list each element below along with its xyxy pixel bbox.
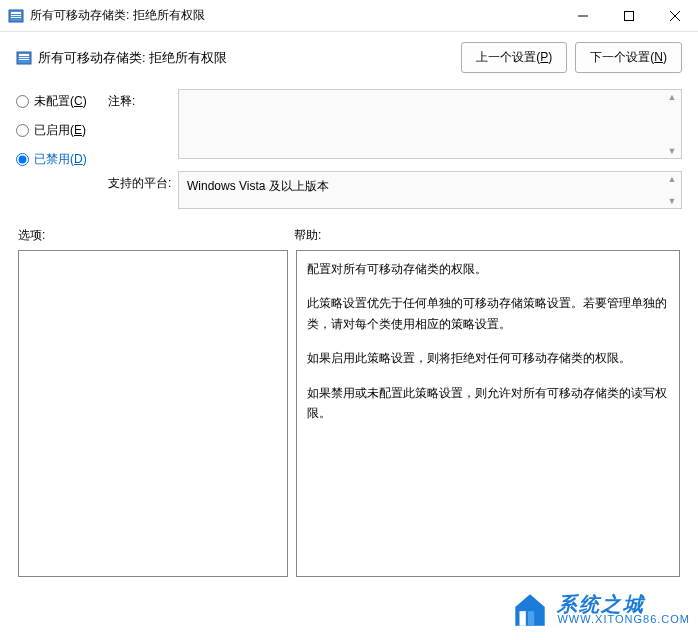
comment-label: 注释: xyxy=(108,89,178,159)
radio-not-configured-input[interactable] xyxy=(16,95,29,108)
help-panel: 配置对所有可移动存储类的权限。 此策略设置优先于任何单独的可移动存储策略设置。若… xyxy=(296,250,680,577)
radio-enabled[interactable]: 已启用(E) xyxy=(16,122,108,139)
supported-platform-box: Windows Vista 及以上版本 ▲▼ xyxy=(178,171,682,209)
svg-rect-2 xyxy=(11,15,21,16)
platform-text: Windows Vista 及以上版本 xyxy=(187,179,329,193)
subheader: 所有可移动存储类: 拒绝所有权限 上一个设置(P) 下一个设置(N) xyxy=(16,42,682,73)
platform-label: 支持的平台: xyxy=(108,171,178,209)
watermark-logo-icon xyxy=(509,588,551,630)
help-text: 如果禁用或未配置此策略设置，则允许对所有可移动存储类的读写权限。 xyxy=(307,383,669,424)
help-text: 配置对所有可移动存储类的权限。 xyxy=(307,259,669,279)
policy-title: 所有可移动存储类: 拒绝所有权限 xyxy=(38,49,461,67)
radio-disabled[interactable]: 已禁用(D) xyxy=(16,151,108,168)
policy-icon xyxy=(16,50,32,66)
scrollbar[interactable]: ▲▼ xyxy=(665,174,679,206)
svg-rect-3 xyxy=(11,17,21,18)
next-setting-button[interactable]: 下一个设置(N) xyxy=(575,42,682,73)
window-title: 所有可移动存储类: 拒绝所有权限 xyxy=(30,7,560,24)
svg-rect-9 xyxy=(19,54,29,56)
radio-enabled-input[interactable] xyxy=(16,124,29,137)
radio-disabled-input[interactable] xyxy=(16,153,29,166)
maximize-button[interactable] xyxy=(606,0,652,32)
svg-rect-13 xyxy=(520,611,526,626)
help-text: 如果启用此策略设置，则将拒绝对任何可移动存储类的权限。 xyxy=(307,348,669,368)
titlebar: 所有可移动存储类: 拒绝所有权限 xyxy=(0,0,698,32)
radio-not-configured[interactable]: 未配置(C) xyxy=(16,93,108,110)
close-button[interactable] xyxy=(652,0,698,32)
help-label: 帮助: xyxy=(294,227,321,244)
minimize-button[interactable] xyxy=(560,0,606,32)
watermark-title: 系统之城 xyxy=(557,594,690,614)
svg-rect-5 xyxy=(625,12,634,21)
svg-rect-10 xyxy=(19,57,29,58)
options-label: 选项: xyxy=(18,227,294,244)
policy-icon xyxy=(8,8,24,24)
window-controls xyxy=(560,0,698,31)
svg-rect-1 xyxy=(11,12,21,14)
svg-rect-14 xyxy=(528,611,534,626)
previous-setting-button[interactable]: 上一个设置(P) xyxy=(461,42,567,73)
watermark-url: WWW.XITONG86.COM xyxy=(557,614,690,625)
comment-textarea[interactable]: ▲▼ xyxy=(178,89,682,159)
options-panel xyxy=(18,250,288,577)
help-text: 此策略设置优先于任何单独的可移动存储策略设置。若要管理单独的类，请对每个类使用相… xyxy=(307,293,669,334)
scrollbar[interactable]: ▲▼ xyxy=(665,92,679,156)
watermark: 系统之城 WWW.XITONG86.COM xyxy=(509,588,690,630)
svg-rect-11 xyxy=(19,59,29,60)
